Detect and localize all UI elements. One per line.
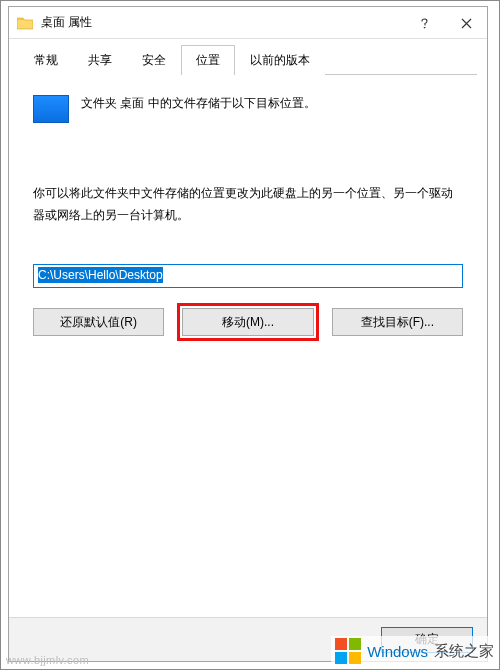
properties-dialog: 桌面 属性 常规 共享 安全 位置 以前的版本 文件夹 桌面 中的文件存储于以下…: [8, 6, 488, 662]
move-button[interactable]: 移动(M)...: [182, 308, 313, 336]
tab-location[interactable]: 位置: [181, 45, 235, 75]
close-button[interactable]: [445, 7, 487, 39]
folder-icon: [17, 16, 33, 30]
windows-logo-icon: [335, 638, 361, 664]
watermark-suffix: 系统之家: [434, 642, 494, 661]
location-description: 你可以将此文件夹中文件存储的位置更改为此硬盘上的另一个位置、另一个驱动器或网络上…: [33, 183, 463, 226]
help-button[interactable]: [403, 7, 445, 39]
watermark-brand: Windows: [367, 643, 428, 660]
titlebar: 桌面 属性: [9, 7, 487, 39]
tab-previous-versions[interactable]: 以前的版本: [235, 45, 325, 75]
path-value: C:\Users\Hello\Desktop: [38, 267, 163, 283]
location-heading: 文件夹 桌面 中的文件存储于以下目标位置。: [81, 93, 316, 113]
tab-general[interactable]: 常规: [19, 45, 73, 75]
watermark: Windows系统之家: [331, 636, 498, 666]
desktop-icon: [33, 95, 69, 123]
tab-security[interactable]: 安全: [127, 45, 181, 75]
path-input[interactable]: C:\Users\Hello\Desktop: [33, 264, 463, 288]
find-target-button[interactable]: 查找目标(F)...: [332, 308, 463, 336]
watermark-url: www.bjjmlv.com: [6, 654, 89, 666]
window-title: 桌面 属性: [41, 14, 92, 31]
tabstrip: 常规 共享 安全 位置 以前的版本: [9, 39, 487, 75]
tab-content-location: 文件夹 桌面 中的文件存储于以下目标位置。 你可以将此文件夹中文件存储的位置更改…: [9, 75, 487, 617]
restore-default-button[interactable]: 还原默认值(R): [33, 308, 164, 336]
tab-sharing[interactable]: 共享: [73, 45, 127, 75]
